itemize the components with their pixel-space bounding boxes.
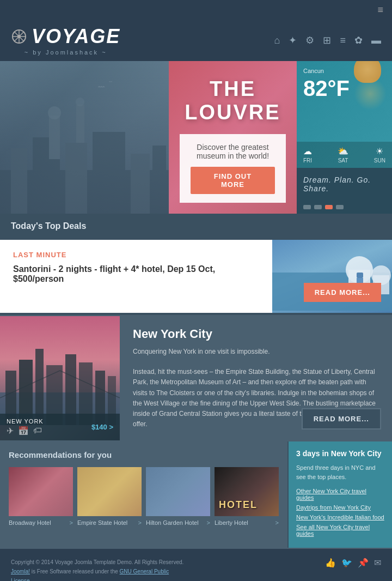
destination-badge: NEW YORK ✈ 📅 🏷 $140 > bbox=[0, 414, 120, 440]
header-nav: ⌂ ✦ ⚙ ⊞ ≡ ✿ ▬ bbox=[274, 34, 381, 46]
broadway-hotel-name: Broadway Hotel bbox=[9, 519, 51, 526]
hero-weather-panel: Cancun 82°F ☁ FRI ⛅ SAT ☀ SUN Dream. Pl bbox=[297, 61, 392, 214]
weather-forecast: ☁ FRI ⛅ SAT ☀ SUN bbox=[297, 142, 392, 168]
recommendation-item-broadway[interactable]: Broadway Hotel > bbox=[9, 467, 73, 526]
hilton-arrow-icon: > bbox=[207, 519, 210, 526]
copyright-text: Copyright © 2014 Voyage Joomla Template … bbox=[11, 559, 183, 565]
liberty-hotel-name: Liberty Hotel bbox=[215, 519, 248, 526]
svg-rect-25 bbox=[357, 273, 363, 278]
pinterest-icon[interactable]: 📌 bbox=[358, 558, 369, 568]
hero-city-image: 𝄐𝄐𝄐 𝄐𝄐 bbox=[0, 61, 169, 214]
deals-title: Today's Top Deals bbox=[11, 221, 86, 231]
deals-section: Today's Top Deals LAST MINUTE Santorini … bbox=[0, 214, 392, 315]
joomfox-watermark: JoomFox bbox=[265, 578, 381, 581]
recommendations-sidebar: 3 days in New York City Spend three days… bbox=[289, 441, 392, 548]
destination-read-more-button[interactable]: READ MORE... bbox=[302, 408, 381, 429]
dream-plan-text: Dream. Plan. Go. Share. bbox=[303, 175, 385, 193]
destination-icons: ✈ 📅 🏷 bbox=[7, 426, 44, 436]
sidebar-link-2[interactable]: Daytrips from New York City bbox=[296, 504, 384, 511]
svg-text:𝄐𝄐: 𝄐𝄐 bbox=[109, 80, 113, 83]
sun-label: SUN bbox=[374, 158, 385, 164]
logo-area: VOYAGE ~ by Joomlashack ~ bbox=[11, 25, 120, 56]
broadway-arrow-icon: > bbox=[70, 519, 73, 526]
destination-city-badge: NEW YORK bbox=[7, 418, 44, 425]
empire-hotel-name: Empire State Hotel bbox=[77, 519, 127, 526]
destination-card: NEW YORK ✈ 📅 🏷 $140 > New York City Conq… bbox=[0, 316, 392, 440]
recommendation-item-empire[interactable]: Empire State Hotel > bbox=[77, 467, 142, 526]
header: VOYAGE ~ by Joomlashack ~ ⌂ ✦ ⚙ ⊞ ≡ ✿ ▬ bbox=[0, 20, 392, 61]
carousel-dot-3[interactable] bbox=[325, 205, 333, 209]
destination-desc-short: Conquering New York in one visit is impo… bbox=[133, 347, 379, 357]
hero-title: THE LOUVRE bbox=[180, 77, 286, 124]
liberty-arrow-icon: > bbox=[275, 519, 279, 526]
email-icon[interactable]: ✉ bbox=[374, 558, 381, 568]
empire-hotel-thumb bbox=[77, 467, 142, 516]
recommendations-section: Recommendations for you Broadway Hotel >… bbox=[0, 441, 392, 548]
logo-subtitle: ~ by Joomlashack ~ bbox=[11, 49, 120, 56]
joomla-link[interactable]: Joomla! bbox=[11, 568, 30, 574]
tag-icon: 🏷 bbox=[33, 426, 42, 436]
hero-description: Discover the greatest museum in the worl… bbox=[191, 143, 275, 160]
carousel-dot-4[interactable] bbox=[336, 205, 344, 209]
twitter-icon[interactable]: 🐦 bbox=[341, 558, 352, 568]
plane-icon: ✈ bbox=[7, 426, 14, 436]
sat-label: SAT bbox=[338, 158, 348, 164]
carousel-dot-2[interactable] bbox=[314, 205, 322, 209]
star-icon[interactable]: ✿ bbox=[354, 34, 363, 46]
hamburger-menu-icon[interactable]: ≡ bbox=[377, 4, 383, 16]
weather-card: Cancun 82°F bbox=[297, 61, 392, 142]
recommendations-grid: Broadway Hotel > Empire State Hotel > Hi… bbox=[9, 467, 279, 526]
settings-icon[interactable]: ⚙ bbox=[305, 34, 314, 46]
logo[interactable]: VOYAGE bbox=[11, 25, 120, 48]
liberty-hotel-label: Liberty Hotel > bbox=[215, 519, 279, 526]
hero-section: 𝄐𝄐𝄐 𝄐𝄐 THE LOUVRE Discover the greatest … bbox=[0, 61, 392, 214]
sidebar-link-4[interactable]: See all New York City travel guides bbox=[296, 524, 384, 537]
card-icon[interactable]: ▬ bbox=[371, 35, 381, 46]
sidebar-title: 3 days in New York City bbox=[296, 449, 384, 458]
grid-icon[interactable]: ⊞ bbox=[323, 34, 331, 46]
broadway-hotel-thumb bbox=[9, 467, 73, 516]
recommendations-main: Recommendations for you Broadway Hotel >… bbox=[0, 441, 287, 548]
hotel-text-overlay: HOTEL bbox=[219, 499, 258, 511]
weather-day-sat: ⛅ SAT bbox=[338, 146, 348, 164]
deal-title: Santorini - 2 nights - flight + 4* hotel… bbox=[13, 264, 259, 284]
hero-bottom-panel: Discover the greatest museum in the worl… bbox=[180, 134, 286, 203]
sat-weather-icon: ⛅ bbox=[338, 146, 348, 156]
logo-text: VOYAGE bbox=[32, 25, 120, 48]
home-icon[interactable]: ⌂ bbox=[274, 35, 280, 46]
hero-carousel-dots bbox=[297, 201, 392, 214]
thumbs-up-icon[interactable]: 👍 bbox=[325, 558, 336, 568]
destination-title: New York City bbox=[133, 327, 379, 341]
find-out-more-button[interactable]: FIND OUT MORE bbox=[191, 167, 275, 194]
sidebar-text: Spend three days in NYC and see the top … bbox=[296, 463, 384, 481]
empire-arrow-icon: > bbox=[138, 519, 142, 526]
deal-card: LAST MINUTE Santorini - 2 nights - fligh… bbox=[0, 240, 392, 313]
fri-weather-icon: ☁ bbox=[303, 146, 312, 156]
joomla-desc: is Free Software released under the bbox=[30, 568, 120, 574]
sidebar-link-1[interactable]: Other New York City travel guides bbox=[296, 488, 384, 501]
recommendations-title: Recommendations for you bbox=[9, 450, 279, 459]
carousel-dot-1[interactable] bbox=[303, 205, 311, 209]
recommendation-item-hilton[interactable]: Hilton Garden Hotel > bbox=[146, 467, 210, 526]
fri-label: FRI bbox=[303, 158, 312, 164]
liberty-hotel-thumb: HOTEL bbox=[215, 467, 279, 516]
broadway-hotel-label: Broadway Hotel > bbox=[9, 519, 73, 526]
hero-center-panel: THE LOUVRE Discover the greatest museum … bbox=[169, 61, 297, 214]
hilton-hotel-label: Hilton Garden Hotel > bbox=[146, 519, 210, 526]
deal-tag: LAST MINUTE bbox=[13, 251, 259, 259]
weather-day-fri: ☁ FRI bbox=[303, 146, 312, 164]
wheel-icon bbox=[11, 28, 27, 45]
weather-day-sun: ☀ SUN bbox=[374, 146, 385, 164]
sidebar-link-3[interactable]: New York's Incredible Italian food bbox=[296, 514, 384, 521]
recommendation-item-liberty[interactable]: HOTEL Liberty Hotel > bbox=[215, 467, 279, 526]
dream-plan-section: Dream. Plan. Go. Share. bbox=[297, 168, 392, 201]
destination-image: NEW YORK ✈ 📅 🏷 $140 > bbox=[0, 316, 120, 440]
sun-weather-icon: ☀ bbox=[374, 146, 385, 156]
destination-price: $140 > bbox=[91, 423, 113, 431]
empire-hotel-label: Empire State Hotel > bbox=[77, 519, 142, 526]
deal-read-more-button[interactable]: READ MORE... bbox=[304, 283, 381, 302]
list-icon[interactable]: ≡ bbox=[340, 35, 346, 46]
hilton-hotel-thumb bbox=[146, 467, 210, 516]
sun-icon[interactable]: ✦ bbox=[289, 34, 297, 46]
top-bar: ≡ bbox=[0, 0, 392, 20]
